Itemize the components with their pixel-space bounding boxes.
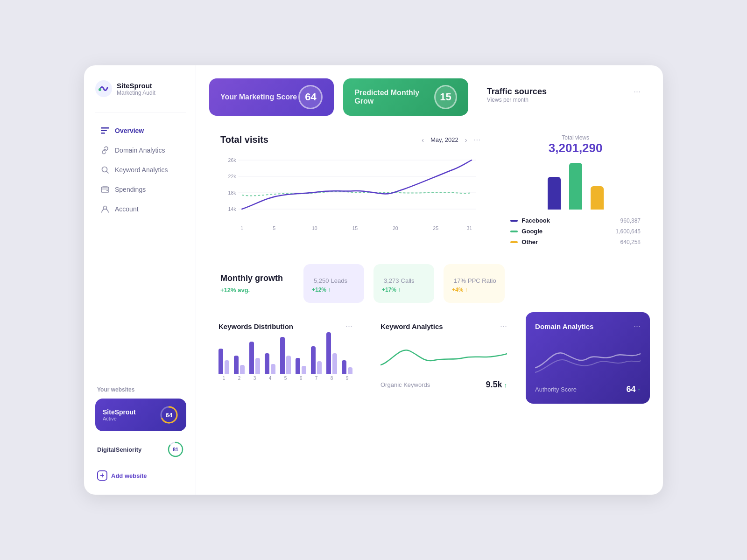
svg-text:14k: 14k	[228, 206, 237, 212]
sidebar-item-spendings-label: Spendings	[115, 186, 146, 193]
brand: SiteSprout Marketing Audit	[95, 80, 186, 97]
total-visits-title: Total visits	[220, 134, 268, 145]
active-site-score-ring: 64	[159, 405, 179, 425]
kw-bar-1: 1	[218, 349, 229, 381]
traffic-sources-title: Traffic sources	[487, 87, 547, 97]
other-legend: Other 640,258	[510, 238, 641, 245]
next-month-button[interactable]: ›	[462, 135, 470, 145]
facebook-legend-val: 960,387	[620, 217, 641, 224]
traffic-menu-icon[interactable]: ···	[634, 87, 641, 97]
user-icon	[101, 205, 109, 213]
svg-text:10: 10	[312, 225, 317, 231]
wallet-icon	[101, 185, 109, 194]
ppc-stat-card: 17%PPC Ratio +4% ↑	[444, 264, 505, 303]
keyword-analytics-title: Keyword Analytics	[381, 322, 443, 330]
sidebar-item-account[interactable]: Account	[95, 200, 186, 218]
ppc-change: +4% ↑	[452, 287, 496, 293]
add-website-label: Add website	[111, 472, 147, 479]
keyword-analytics-card: Keyword Analytics ··· Organic Keywords 9…	[371, 312, 516, 404]
prev-month-button[interactable]: ‹	[419, 135, 427, 145]
other-legend-dot	[510, 241, 518, 243]
monthly-growth-card: Monthly growth +12% avg.	[209, 264, 294, 303]
leads-change: +12% ↑	[312, 287, 356, 293]
kw-bar-5: 5	[280, 337, 291, 381]
svg-text:22k: 22k	[228, 174, 237, 179]
kw-bar-4: 4	[265, 353, 275, 381]
svg-rect-4	[101, 133, 105, 134]
traffic-sources-subtitle: Views per month	[487, 97, 547, 103]
add-icon: +	[97, 470, 107, 481]
last-row: Keywords Distribution ··· 1 2 3	[209, 312, 650, 404]
secondary-site-score-ring: 81	[167, 441, 184, 458]
leads-unit: Leads	[331, 277, 347, 284]
calls-stat-card: 3,273Calls +17% ↑	[374, 264, 434, 303]
your-websites-label: Your websites	[95, 386, 186, 393]
middle-row: Total visits ‹ May, 2022 › ···	[209, 125, 650, 255]
other-legend-name: Other	[521, 238, 616, 245]
facebook-legend-dot	[510, 220, 518, 222]
sidebar-item-overview-label: Overview	[115, 127, 144, 134]
sidebar: SiteSprout Marketing Audit Overview Doma…	[84, 65, 196, 495]
organic-keywords-label: Organic Keywords	[381, 381, 430, 388]
marketing-score-card[interactable]: Your Marketing Score 64	[209, 78, 334, 116]
link-icon	[101, 146, 109, 154]
active-site-score-val: 64	[166, 412, 172, 419]
sidebar-divider	[95, 112, 186, 112]
google-legend-dot	[510, 231, 518, 232]
traffic-sources-card: Traffic sources Views per month ···	[478, 78, 650, 116]
total-visits-card: Total visits ‹ May, 2022 › ···	[209, 125, 492, 255]
sidebar-item-keyword-analytics[interactable]: Keyword Analytics	[95, 161, 186, 179]
facebook-legend-name: Facebook	[521, 217, 616, 224]
kw-bar-2: 2	[234, 356, 245, 381]
add-website-button[interactable]: + Add website	[95, 468, 186, 483]
other-bar	[591, 186, 604, 210]
keywords-dist-chart: 1 2 3 4 5	[218, 339, 352, 381]
keywords-distribution-card: Keywords Distribution ··· 1 2 3	[209, 312, 362, 404]
svg-text:15: 15	[352, 225, 358, 231]
keywords-dist-title: Keywords Distribution	[218, 322, 293, 330]
domain-analytics-card: Domain Analytics ··· Authority Score 64↑	[526, 312, 650, 404]
ppc-value: 17%PPC Ratio	[452, 273, 496, 286]
ppc-unit: PPC Ratio	[468, 277, 496, 284]
domain-analytics-title: Domain Analytics	[535, 322, 593, 330]
visits-chart: 26k 22k 18k 14k 1 5 10 15 20 25 31	[220, 151, 480, 235]
sidebar-item-domain-analytics[interactable]: Domain Analytics	[95, 141, 186, 159]
authority-score-value: 64↑	[626, 385, 641, 394]
svg-text:20: 20	[393, 225, 398, 231]
marketing-score-label: Your Marketing Score	[220, 93, 297, 101]
date-navigator: ‹ May, 2022 › ···	[419, 135, 480, 145]
kw-bar-7: 7	[311, 346, 322, 381]
domain-analytics-menu-icon[interactable]: ···	[634, 322, 641, 331]
sidebar-item-spendings[interactable]: Spendings	[95, 181, 186, 198]
keywords-dist-menu-icon[interactable]: ···	[345, 322, 352, 331]
calls-change: +17% ↑	[382, 287, 426, 293]
keyword-analytics-menu-icon[interactable]: ···	[500, 322, 507, 331]
svg-rect-2	[101, 127, 109, 129]
svg-rect-6	[101, 187, 109, 192]
total-views-label: Total views	[510, 134, 641, 141]
monthly-growth-title: Monthly growth	[220, 273, 283, 284]
active-website-card[interactable]: SiteSprout Active 64	[95, 399, 186, 431]
traffic-sources-detail-card: Total views 3,201,290 Facebook 960,387	[501, 125, 650, 255]
google-legend: Google 1,600,645	[510, 228, 641, 235]
svg-text:1: 1	[240, 225, 243, 231]
dashboard: SiteSprout Marketing Audit Overview Doma…	[84, 65, 663, 495]
secondary-website-card[interactable]: DigitalSeniority 81	[95, 437, 186, 462]
top-row: Your Marketing Score 64 Predicted Monthl…	[209, 78, 650, 116]
visits-menu-icon[interactable]: ···	[473, 135, 480, 145]
domain-analytics-chart	[535, 335, 641, 379]
svg-text:26k: 26k	[228, 157, 237, 163]
search-icon	[101, 166, 109, 174]
predicted-growth-badge: 15	[434, 85, 457, 109]
sidebar-item-account-label: Account	[115, 205, 139, 213]
monthly-growth-avg: +12% avg.	[220, 287, 283, 294]
monthly-growth-row: Monthly growth +12% avg. 5,250Leads +12%…	[209, 264, 650, 303]
current-month: May, 2022	[430, 136, 458, 143]
menu-icon	[101, 126, 109, 135]
traffic-legend: Facebook 960,387 Google 1,600,645 Other …	[510, 217, 641, 245]
sidebar-item-overview[interactable]: Overview	[95, 122, 186, 140]
kw-bar-6: 6	[296, 358, 306, 381]
sidebar-item-domain-analytics-label: Domain Analytics	[115, 147, 165, 154]
leads-value: 5,250Leads	[312, 273, 356, 286]
predicted-growth-card[interactable]: Predicted Monthly Grow 15	[343, 78, 468, 116]
